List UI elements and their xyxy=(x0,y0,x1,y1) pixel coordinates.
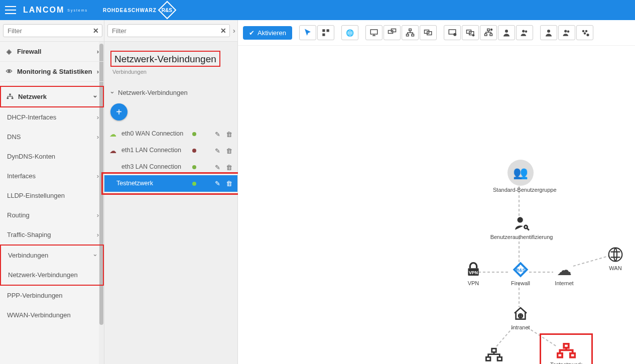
mid-filter-box[interactable]: ✕ xyxy=(107,24,230,37)
svg-text:VPN: VPN xyxy=(469,270,478,275)
status-dot xyxy=(192,182,196,186)
nav-sub-dyndns[interactable]: DynDNS-Konten xyxy=(0,147,104,166)
brand-lancom-sub: Systems xyxy=(67,9,88,12)
layout-tool-icon[interactable] xyxy=(317,25,334,40)
svg-rect-19 xyxy=(487,29,490,31)
shield-icon: ◈ xyxy=(5,48,13,55)
topology-edges xyxy=(238,46,635,364)
vpn-users-icon[interactable] xyxy=(558,25,575,40)
node-auth[interactable]: Benutzerauthentifizierung xyxy=(489,214,554,240)
vpn-net-icon[interactable] xyxy=(480,25,497,40)
vpn-hosts-icon[interactable] xyxy=(462,25,479,40)
nav-sub-traffic[interactable]: Traffic-Shaping xyxy=(0,225,104,245)
user-icon[interactable] xyxy=(498,25,515,40)
node-user-group[interactable]: 👥 Standard-Benutzergruppe xyxy=(493,160,548,193)
node-internet[interactable]: ☁ Internet xyxy=(549,260,579,286)
edit-icon[interactable]: ✎ xyxy=(215,131,220,138)
edit-icon[interactable]: ✎ xyxy=(215,147,220,155)
pointer-tool-icon[interactable] xyxy=(299,25,316,40)
node-firewall[interactable]: R&S Firewall xyxy=(507,260,534,286)
clear-icon[interactable]: ✕ xyxy=(220,27,226,35)
connection-label: Testnetzwerk xyxy=(116,180,188,188)
svg-text:R&S: R&S xyxy=(516,268,525,273)
node-vpn[interactable]: VPN VPN xyxy=(461,260,486,286)
nav-item-netzwerk[interactable]: Netzwerk xyxy=(1,87,103,106)
node-wan[interactable]: WAN xyxy=(600,245,630,271)
activate-button[interactable]: ✔ Aktivieren xyxy=(243,26,292,40)
delete-icon[interactable]: 🗑 xyxy=(226,180,232,187)
connection-row[interactable]: ☁ eth3 LAN Connection ✎ 🗑 xyxy=(104,159,237,175)
nav-sub-dhcp[interactable]: DHCP-Interfaces xyxy=(0,107,104,127)
menu-hamburger-icon[interactable] xyxy=(5,6,16,14)
svg-point-26 xyxy=(547,30,550,33)
vpn-group-icon[interactable] xyxy=(576,25,593,40)
eye-icon: 👁 xyxy=(5,68,13,75)
connection-row-selected[interactable]: Testnetzwerk ✎ 🗑 xyxy=(104,175,237,192)
nav-sub-lldp[interactable]: LLDP-Einstellungen xyxy=(0,186,104,205)
svg-rect-4 xyxy=(327,29,329,32)
svg-rect-10 xyxy=(407,34,409,36)
svg-point-30 xyxy=(585,30,588,33)
svg-rect-9 xyxy=(409,29,412,31)
svg-rect-0 xyxy=(9,93,11,95)
delete-icon[interactable]: 🗑 xyxy=(226,164,232,171)
delete-icon[interactable]: 🗑 xyxy=(226,131,232,138)
node-eth3[interactable]: eth3 LAN Connection xyxy=(465,345,523,364)
collapse-horiz-icon[interactable]: ›› xyxy=(232,27,234,35)
user-key-icon xyxy=(489,214,554,233)
nav-filter-input[interactable] xyxy=(7,27,93,35)
app-header: LANCOM Systems ROHDE&SCHWARZ R&S xyxy=(0,0,635,20)
vpn-host-icon[interactable] xyxy=(444,25,461,40)
status-dot xyxy=(192,149,196,153)
networks-icon[interactable] xyxy=(420,25,437,40)
connection-label: eth0 WAN Connection xyxy=(121,130,188,138)
nav-label: Monitoring & Statistiken xyxy=(17,68,92,75)
edit-icon[interactable]: ✎ xyxy=(215,180,220,187)
connection-row[interactable]: ☁ eth0 WAN Connection ✎ 🗑 xyxy=(104,126,237,142)
vpn-user-icon[interactable] xyxy=(540,25,557,40)
edit-icon[interactable]: ✎ xyxy=(215,164,220,171)
section-header[interactable]: Netzwerk-Verbindungen xyxy=(104,87,237,98)
nav-filter-row: ✕ ︿﹀ xyxy=(0,20,104,42)
svg-point-27 xyxy=(564,30,567,32)
svg-point-22 xyxy=(490,29,493,31)
nav-sub-wwan[interactable]: WWAN-Verbindungen xyxy=(0,305,104,325)
nav-filter-box[interactable]: ✕ xyxy=(3,24,102,37)
chevron-down-icon xyxy=(92,252,98,259)
testnet-highlight xyxy=(540,333,593,364)
group-icon[interactable] xyxy=(516,25,533,40)
nav-sub-netzverb[interactable]: Netzwerk-Verbindungen xyxy=(1,265,103,285)
nav-sub-dns[interactable]: DNS xyxy=(0,127,104,147)
brand-rs: ROHDE&SCHWARZ xyxy=(103,8,157,13)
globe-wan-icon xyxy=(600,245,630,264)
host-icon[interactable] xyxy=(365,25,383,40)
nav-item-monitoring[interactable]: 👁 Monitoring & Statistiken xyxy=(0,62,104,82)
svg-rect-11 xyxy=(412,34,414,36)
add-connection-button[interactable]: + xyxy=(110,103,128,120)
topology-canvas-panel: ✔ Aktivieren 🌐 xyxy=(238,20,635,364)
node-intranet[interactable]: Intranet xyxy=(506,304,535,330)
nav-sub-interfaces[interactable]: Interfaces xyxy=(0,166,104,186)
network-icon[interactable] xyxy=(402,25,419,40)
mid-filter-input[interactable] xyxy=(111,27,220,35)
network-eth-icon xyxy=(465,345,523,364)
nav-sub-verbindungen[interactable]: Verbindungen xyxy=(1,246,103,265)
svg-point-25 xyxy=(525,31,528,33)
connection-row[interactable]: ☁ eth1 LAN Connection ✎ 🗑 xyxy=(104,142,237,159)
topology-canvas[interactable]: 👥 Standard-Benutzergruppe Benutzerauthen… xyxy=(238,46,635,364)
connection-label: eth1 LAN Connection xyxy=(121,147,188,155)
vpn-lock-icon: VPN xyxy=(461,260,486,279)
clear-icon[interactable]: ✕ xyxy=(93,27,99,35)
nav-label: Netzwerk xyxy=(18,93,47,100)
delete-icon[interactable]: 🗑 xyxy=(226,147,232,155)
globe-icon[interactable]: 🌐 xyxy=(341,25,358,40)
panel-subtitle: Verbindungen xyxy=(110,69,231,75)
hosts-icon[interactable] xyxy=(384,25,401,40)
chevron-down-icon xyxy=(92,93,98,100)
svg-point-29 xyxy=(582,30,585,33)
svg-rect-51 xyxy=(497,357,502,360)
nav-sub-ppp[interactable]: PPP-Verbindungen xyxy=(0,286,104,305)
svg-rect-21 xyxy=(490,34,492,36)
nav-sub-routing[interactable]: Routing xyxy=(0,205,104,225)
nav-item-firewall[interactable]: ◈ Firewall xyxy=(0,42,104,62)
